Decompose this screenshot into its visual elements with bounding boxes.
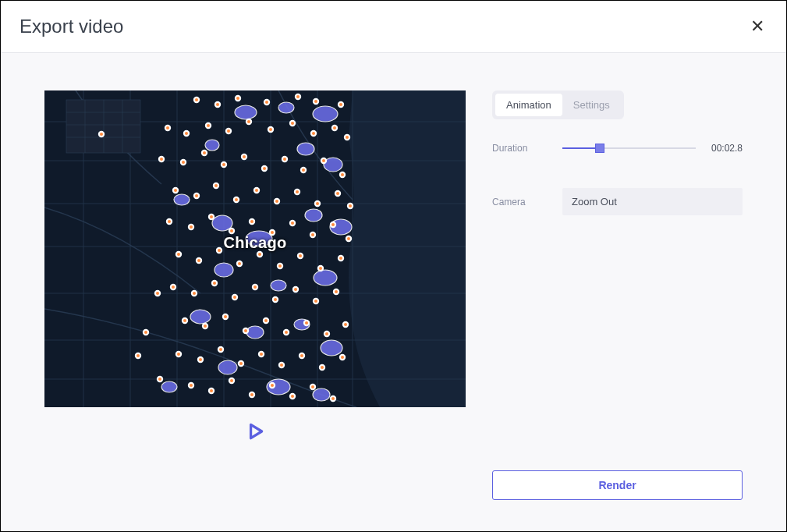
svg-point-215 <box>210 389 213 392</box>
svg-point-179 <box>204 325 207 328</box>
render-row: Render <box>492 470 743 500</box>
svg-point-25 <box>205 140 219 151</box>
svg-point-75 <box>312 132 315 135</box>
svg-point-111 <box>275 200 278 203</box>
svg-point-141 <box>177 253 180 256</box>
svg-rect-15 <box>66 100 140 153</box>
svg-point-121 <box>168 220 171 223</box>
svg-point-63 <box>185 132 188 135</box>
svg-point-127 <box>230 229 233 232</box>
export-video-modal: Export video ✕ <box>1 1 786 531</box>
svg-point-175 <box>335 290 338 293</box>
svg-point-229 <box>144 331 147 334</box>
svg-point-91 <box>263 167 266 170</box>
svg-point-22 <box>235 105 257 119</box>
tab-settings[interactable]: Settings <box>562 94 621 116</box>
map-preview: Chicago <box>44 90 466 407</box>
camera-select[interactable]: Zoom Out <box>562 188 743 215</box>
svg-point-153 <box>299 254 302 257</box>
tabs: Animation Settings <box>492 90 624 119</box>
svg-point-169 <box>274 298 277 301</box>
modal-header: Export video ✕ <box>1 1 786 53</box>
svg-point-26 <box>297 143 314 155</box>
svg-point-193 <box>344 323 347 326</box>
svg-point-213 <box>190 384 193 387</box>
svg-point-57 <box>314 100 317 103</box>
svg-point-43 <box>161 381 177 392</box>
svg-point-167 <box>253 286 257 289</box>
slider-fill <box>562 147 600 149</box>
play-icon <box>245 421 265 442</box>
svg-point-201 <box>239 362 243 365</box>
modal-body: Chicago Animation Settings Duration <box>1 53 786 531</box>
svg-point-115 <box>316 202 319 205</box>
svg-point-217 <box>230 379 233 382</box>
svg-point-135 <box>311 233 314 236</box>
svg-point-173 <box>314 300 317 303</box>
svg-point-31 <box>305 209 322 222</box>
close-icon: ✕ <box>750 16 764 36</box>
render-button[interactable]: Render <box>492 470 743 500</box>
svg-point-163 <box>213 282 216 285</box>
svg-point-231 <box>156 292 159 295</box>
svg-point-83 <box>182 161 185 164</box>
svg-point-40 <box>218 360 237 374</box>
svg-point-55 <box>296 95 300 98</box>
svg-point-67 <box>227 129 230 133</box>
controls: Duration 00:02.8 Camera Zoom Out <box>492 143 743 215</box>
svg-point-33 <box>214 263 233 277</box>
svg-point-185 <box>264 319 268 322</box>
svg-point-23 <box>278 102 294 113</box>
city-label: Chicago <box>224 233 287 251</box>
camera-row: Camera Zoom Out <box>492 188 743 215</box>
svg-point-28 <box>174 194 190 205</box>
svg-point-203 <box>260 353 263 356</box>
svg-point-79 <box>346 136 349 139</box>
svg-point-143 <box>197 259 200 262</box>
duration-value: 00:02.8 <box>705 143 743 154</box>
svg-point-149 <box>258 253 261 256</box>
duration-slider-wrap: 00:02.8 <box>562 143 743 154</box>
svg-point-35 <box>314 270 337 286</box>
svg-point-137 <box>331 223 335 226</box>
svg-point-109 <box>255 189 258 192</box>
svg-point-165 <box>233 296 236 299</box>
slider-thumb[interactable] <box>595 144 604 153</box>
svg-point-69 <box>247 120 250 123</box>
preview-column: Chicago <box>44 90 466 500</box>
svg-point-65 <box>207 124 210 127</box>
svg-point-209 <box>321 366 324 369</box>
svg-point-221 <box>271 384 274 387</box>
tab-animation[interactable]: Animation <box>495 94 562 116</box>
svg-point-125 <box>210 215 213 218</box>
svg-point-39 <box>321 340 342 356</box>
svg-point-51 <box>236 97 239 100</box>
svg-point-147 <box>238 262 241 265</box>
svg-point-95 <box>302 168 305 172</box>
svg-point-171 <box>294 288 297 291</box>
svg-point-61 <box>166 126 169 129</box>
svg-point-219 <box>250 393 253 396</box>
svg-point-227 <box>331 397 335 400</box>
svg-point-189 <box>305 321 308 325</box>
play-button[interactable] <box>245 421 265 445</box>
svg-point-191 <box>325 332 328 335</box>
svg-point-113 <box>296 190 299 193</box>
svg-point-129 <box>250 220 253 223</box>
svg-point-36 <box>190 310 211 324</box>
svg-point-205 <box>280 364 283 367</box>
svg-point-99 <box>341 173 344 176</box>
svg-point-107 <box>235 198 238 201</box>
svg-point-187 <box>285 331 288 334</box>
svg-point-197 <box>199 358 202 361</box>
svg-point-37 <box>246 326 264 339</box>
duration-label: Duration <box>492 143 548 154</box>
camera-label: Camera <box>492 197 548 207</box>
play-row <box>44 407 466 445</box>
duration-slider[interactable] <box>562 143 696 154</box>
duration-row: Duration 00:02.8 <box>492 143 743 154</box>
svg-point-101 <box>174 189 177 192</box>
close-button[interactable]: ✕ <box>747 15 768 38</box>
svg-point-181 <box>224 315 227 318</box>
svg-point-105 <box>214 184 218 187</box>
